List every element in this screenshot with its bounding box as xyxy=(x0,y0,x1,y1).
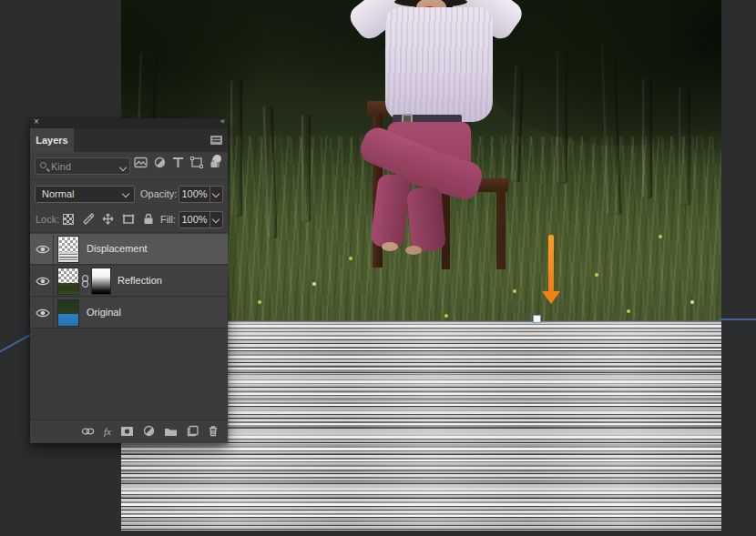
thumbnail-transparency xyxy=(58,268,78,283)
layer-row-original[interactable]: Original xyxy=(30,298,228,329)
visibility-cell[interactable] xyxy=(30,298,54,328)
visibility-cell[interactable] xyxy=(30,266,54,296)
layer-mask-thumbnail[interactable] xyxy=(92,268,110,294)
visibility-cell[interactable] xyxy=(30,234,54,264)
eye-icon[interactable] xyxy=(36,276,50,287)
fill-label: Fill: xyxy=(160,214,176,225)
layer-row-displacement[interactable]: Displacement xyxy=(30,234,228,265)
layer-thumbnail[interactable] xyxy=(58,300,78,326)
blend-mode-value: Normal xyxy=(42,188,74,199)
flower xyxy=(659,235,662,238)
layer-effects-fx-icon[interactable]: fx xyxy=(104,426,111,437)
photoshop-workspace: × « Layers Kind No xyxy=(0,0,756,536)
woman-blouse xyxy=(385,7,493,122)
eye-icon[interactable] xyxy=(36,244,50,255)
layer-row-reflection[interactable]: Reflection xyxy=(30,266,228,297)
close-icon[interactable]: × xyxy=(34,116,39,126)
flower xyxy=(258,300,261,304)
layer-filter-search[interactable]: Kind xyxy=(35,157,130,175)
chevron-down-icon xyxy=(212,190,220,197)
blend-mode-select[interactable]: Normal xyxy=(35,186,135,203)
chair-leg xyxy=(496,189,506,269)
new-layer-icon[interactable] xyxy=(187,425,199,437)
search-icon xyxy=(40,162,46,168)
collapse-panel-icon[interactable]: « xyxy=(220,116,224,126)
layers-panel: × « Layers Kind No xyxy=(30,118,228,443)
flower xyxy=(312,282,316,286)
add-layer-mask-icon[interactable] xyxy=(120,426,134,437)
opacity-dropdown[interactable] xyxy=(210,187,222,202)
layers-list: Displacement Reflection Origi xyxy=(30,234,228,420)
layer-name[interactable]: Displacement xyxy=(87,243,148,254)
flower xyxy=(349,257,352,260)
layer-name[interactable]: Reflection xyxy=(117,275,162,286)
flower xyxy=(690,300,694,304)
panel-footer: fx xyxy=(30,420,228,443)
type-layers-filter-icon[interactable] xyxy=(172,157,184,168)
panel-menu-icon[interactable] xyxy=(210,136,222,145)
tree-trunk xyxy=(301,115,311,222)
opacity-value[interactable]: 100% xyxy=(179,187,210,202)
transform-handle[interactable] xyxy=(533,315,541,323)
mask-link-icon[interactable] xyxy=(81,275,89,288)
fill-dropdown[interactable] xyxy=(210,212,222,228)
lock-artboard-icon[interactable] xyxy=(122,213,135,225)
tab-layers[interactable]: Layers xyxy=(30,128,74,152)
lock-all-icon[interactable] xyxy=(143,213,154,225)
eye-icon[interactable] xyxy=(36,308,50,319)
lock-image-pixels-icon[interactable] xyxy=(82,213,94,225)
flower xyxy=(627,309,630,313)
link-layers-icon[interactable] xyxy=(81,426,95,437)
chevron-down-icon xyxy=(212,216,220,223)
woman-pants-leg xyxy=(406,186,446,252)
flower xyxy=(595,273,598,277)
filter-toggle-icon[interactable] xyxy=(213,155,221,163)
layer-thumbnail[interactable] xyxy=(58,237,78,262)
thumbnail-noise xyxy=(59,252,77,261)
layer-thumbnail[interactable] xyxy=(58,268,78,294)
chevron-down-icon xyxy=(122,190,129,197)
thumbnail-transparency xyxy=(59,238,77,252)
lock-label: Lock: xyxy=(36,214,59,225)
lock-transparent-pixels-icon[interactable] xyxy=(63,214,74,225)
new-group-icon[interactable] xyxy=(164,426,178,437)
panel-titlebar[interactable]: × « xyxy=(30,118,228,128)
fill-input[interactable]: 100% xyxy=(179,211,223,228)
fill-value[interactable]: 100% xyxy=(179,212,210,228)
thumbnail-photo xyxy=(58,283,78,294)
panel-tab-row: Layers xyxy=(30,128,228,152)
woman-foot xyxy=(405,246,422,255)
flower xyxy=(513,289,516,293)
filter-row: Kind xyxy=(30,152,228,180)
layer-name[interactable]: Original xyxy=(87,307,121,318)
tree-canopy xyxy=(121,0,322,118)
adjustment-layers-filter-icon[interactable] xyxy=(154,157,166,168)
delete-layer-icon[interactable] xyxy=(208,425,219,437)
filter-kind-label: Kind xyxy=(51,161,71,172)
woman-foot xyxy=(382,242,398,251)
blend-row: Normal Opacity: 100% xyxy=(30,181,228,208)
guide-line-right xyxy=(720,319,756,320)
lock-position-icon[interactable] xyxy=(102,213,114,225)
annotation-arrow-head xyxy=(542,291,560,304)
new-adjustment-layer-icon[interactable] xyxy=(143,425,155,437)
lock-row: Lock: Fill: 100% xyxy=(30,208,228,233)
opacity-label: Opacity: xyxy=(140,188,177,199)
chevron-down-icon xyxy=(119,164,127,171)
shape-layers-filter-icon[interactable] xyxy=(190,157,203,168)
guide-line-diagonal xyxy=(0,333,33,354)
flower xyxy=(444,314,448,318)
pixel-layers-filter-icon[interactable] xyxy=(134,157,148,168)
annotation-arrow-shaft xyxy=(548,235,554,293)
opacity-input[interactable]: 100% xyxy=(179,186,223,203)
